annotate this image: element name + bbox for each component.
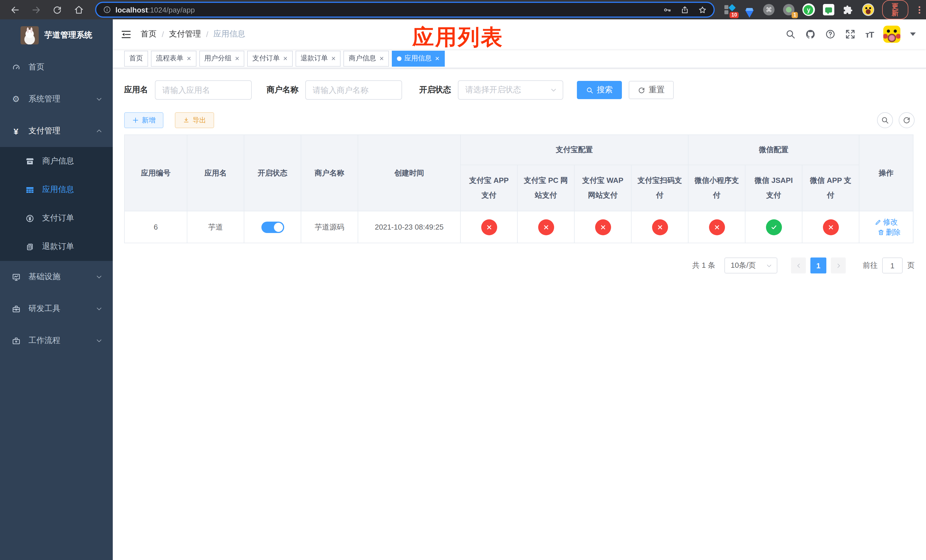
extension-chat-icon[interactable] [823,3,835,16]
close-icon[interactable]: × [283,55,287,62]
app-table: 应用编号 应用名 开启状态 商户名称 创建时间 支付宝配置 微信配置 操作 支付… [124,135,914,243]
help-icon[interactable] [826,29,836,39]
app-logo: 芋道管理系统 [0,20,113,51]
breadcrumb-separator: / [162,30,164,39]
avatar-caret-icon[interactable] [910,32,916,36]
merchant-name-label: 商户名称 [266,85,298,95]
sidebar-item-merchant-info[interactable]: 商户信息 [0,147,113,176]
back-icon [10,5,20,15]
share-icon[interactable] [681,5,689,14]
tab-app-info[interactable]: 应用信息× [392,50,445,67]
browser-profile-avatar[interactable] [862,3,874,16]
trash-icon [877,229,884,236]
sidebar-item-home[interactable]: 首页 [0,51,113,83]
browser-home-button[interactable] [71,2,86,17]
col-alipay-wap: 支付宝 WAP 网站支付 [574,165,631,211]
sidebar: 芋道管理系统 首页 ⚙ 系统管理 ¥ 支付管理 [0,20,113,560]
tab-merchant-info[interactable]: 商户信息× [344,50,389,67]
cell-created: 2021-10-23 08:49:25 [358,211,460,243]
url-bar[interactable]: localhost:1024/pay/app [95,2,714,18]
breadcrumb-current: 应用信息 [213,29,245,39]
delete-button[interactable]: 删除 [877,227,901,237]
app-name-label: 应用名 [124,85,148,95]
update-button[interactable]: 更新 [882,0,908,20]
chevron-down-icon [550,86,557,94]
goto-page-input[interactable] [882,257,903,274]
bookmark-star-icon[interactable] [698,5,707,14]
extension-y-icon[interactable]: y [802,3,815,16]
sidebar-item-refund-order[interactable]: 退款订单 [0,232,113,261]
home-icon [74,5,83,15]
add-button[interactable]: 新增 [124,112,163,128]
github-icon[interactable] [805,29,816,39]
close-icon[interactable]: × [187,55,191,62]
table-toolbar: 新增 导出 [124,112,915,128]
wechat-mini-pay-status [709,219,725,235]
tab-pay-order[interactable]: 支付订单× [247,50,292,67]
cell-merchant: 芋道源码 [301,211,358,243]
edit-button[interactable]: 修改 [875,217,898,227]
toggle-search-button[interactable] [877,112,893,128]
refresh-icon [638,86,645,94]
chevron-right-icon [835,262,841,269]
browser-menu-icon[interactable] [917,5,921,15]
sidebar-item-system[interactable]: ⚙ 系统管理 [0,83,113,115]
sidebar-item-payment[interactable]: ¥ 支付管理 [0,115,113,147]
annotation-title: 应用列表 [412,23,504,52]
user-avatar[interactable] [883,26,900,43]
sidebar-item-label: 支付管理 [29,126,61,136]
sidebar-item-app-info[interactable]: 应用信息 [0,176,113,204]
page-1-button[interactable]: 1 [810,257,826,274]
sidebar-item-pay-order[interactable]: 支付订单 [0,204,113,232]
search-form: 应用名 商户名称 开启状态 请选择开启状态 搜索 [124,80,915,100]
tab-user-group[interactable]: 用户分组× [199,50,244,67]
tab-process-form[interactable]: 流程表单× [151,50,196,67]
prev-page-button[interactable] [791,257,806,274]
search-icon[interactable] [785,29,796,39]
site-info-icon[interactable] [103,6,111,14]
sidebar-item-dev-tools[interactable]: 研发工具 [0,293,113,325]
browser-forward-button[interactable] [29,2,43,17]
enabled-switch[interactable] [261,221,284,233]
close-icon[interactable]: × [331,55,336,62]
sidebar-toggle-button[interactable] [121,29,132,39]
extension-gem-icon[interactable] [743,3,755,16]
tab-refund-order[interactable]: 退款订单× [295,50,341,67]
search-button[interactable]: 搜索 [577,81,622,99]
extensions-puzzle-icon[interactable] [843,3,854,16]
password-key-icon[interactable] [663,5,672,14]
merchant-name-input[interactable] [305,80,402,100]
extension-command-icon[interactable]: ⌘ [763,3,775,16]
breadcrumb-home[interactable]: 首页 [141,29,157,39]
sidebar-item-infrastructure[interactable]: 基础设施 [0,261,113,293]
col-app-id: 应用编号 [124,135,187,211]
font-size-icon[interactable]: ᴛT [865,29,874,39]
fullscreen-icon[interactable] [846,29,856,39]
page-unit-label: 页 [907,260,915,271]
forward-icon [31,5,41,15]
tab-home[interactable]: 首页 [124,50,148,67]
browser-back-button[interactable] [8,2,22,17]
app-name-input[interactable] [155,80,252,100]
close-icon[interactable]: × [380,55,384,62]
extension-grid-icon[interactable]: 10 [724,3,735,16]
goto-label: 前往 [863,260,878,271]
sidebar-item-workflow[interactable]: 工作流程 [0,325,113,357]
next-page-button[interactable] [831,257,846,274]
download-icon [183,117,190,124]
page-size-select[interactable]: 10条/页 [725,257,777,274]
reset-button[interactable]: 重置 [629,81,674,99]
close-icon[interactable]: × [435,55,439,62]
status-select[interactable]: 请选择开启状态 [458,80,563,100]
cell-app-name: 芋道 [187,211,244,243]
close-icon[interactable]: × [235,55,239,62]
active-dot [397,56,401,61]
breadcrumb-payment: 支付管理 [169,29,201,39]
sidebar-item-label: 首页 [29,62,44,73]
extension-recorder-icon[interactable]: 1 [783,3,794,16]
gear-icon: ⚙ [11,95,21,104]
browser-reload-button[interactable] [50,2,65,17]
refresh-table-button[interactable] [899,112,915,128]
export-button[interactable]: 导出 [175,112,214,128]
hamburger-icon [121,29,132,39]
